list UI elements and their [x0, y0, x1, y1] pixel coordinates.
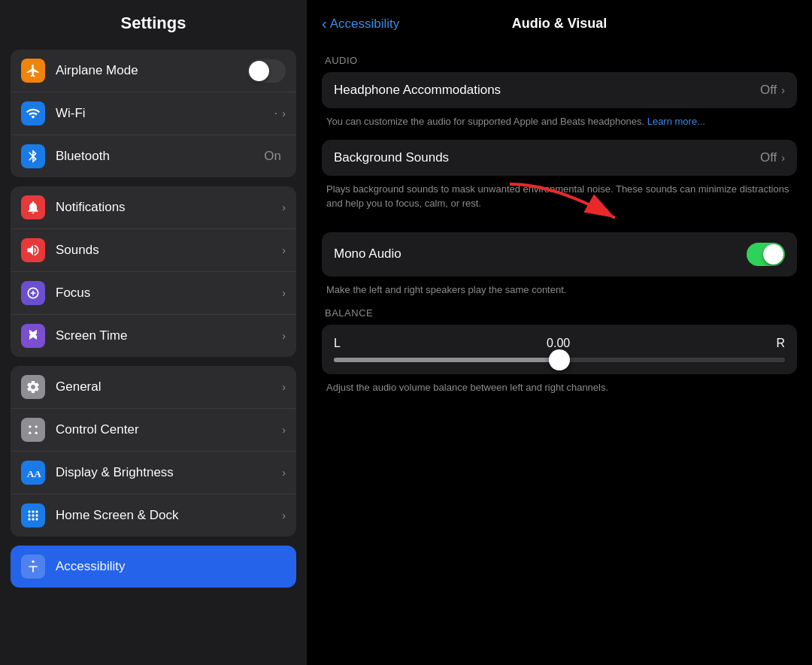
bluetooth-value: On [264, 149, 281, 164]
svg-point-6 [32, 510, 34, 512]
sidebar-item-focus[interactable]: Focus › [11, 272, 296, 315]
wifi-value: · [274, 106, 278, 121]
svg-point-7 [35, 510, 38, 512]
background-sounds-description: Plays background sounds to mask unwanted… [325, 182, 794, 211]
background-sounds-label: Background Sounds [334, 150, 760, 165]
notifications-chevron: › [282, 201, 286, 213]
background-sounds-card: Background Sounds Off › [322, 140, 797, 176]
focus-icon [21, 281, 45, 305]
svg-point-14 [32, 561, 34, 563]
mono-audio-toggle[interactable] [747, 243, 785, 266]
headphone-accommodations-label: Headphone Accommodations [334, 83, 760, 98]
svg-point-10 [35, 514, 38, 516]
balance-description: Adjust the audio volume balance between … [325, 380, 794, 395]
general-icon [21, 375, 45, 399]
mono-audio-description: Make the left and right speakers play th… [325, 283, 794, 298]
page-title: Audio & Visual [512, 16, 607, 32]
back-button[interactable]: ‹ Accessibility [322, 15, 399, 32]
airplane-icon [21, 59, 45, 83]
control-center-chevron: › [282, 424, 286, 436]
main-panel: ‹ Accessibility Audio & Visual AUDIO Hea… [307, 0, 812, 665]
headphone-accommodations-row[interactable]: Headphone Accommodations Off › [322, 72, 797, 108]
sidebar-item-accessibility[interactable]: Accessibility [11, 546, 296, 588]
bluetooth-label: Bluetooth [56, 149, 264, 164]
sidebar-item-notifications[interactable]: Notifications › [11, 186, 296, 229]
top-nav: ‹ Accessibility Audio & Visual [307, 0, 812, 40]
back-label: Accessibility [330, 17, 400, 32]
balance-slider[interactable] [334, 358, 785, 362]
svg-point-11 [28, 518, 30, 520]
mono-audio-card: Mono Audio [322, 232, 797, 277]
svg-point-5 [28, 510, 30, 512]
sidebar-group-connectivity: Airplane Mode Wi-Fi · › Bluetooth On [11, 50, 296, 177]
slider-fill [334, 358, 559, 362]
control-center-label: Control Center [56, 422, 282, 437]
background-sounds-chevron: › [781, 152, 785, 164]
learn-more-link[interactable]: Learn more... [647, 116, 705, 127]
sounds-label: Sounds [56, 243, 282, 258]
balance-value: 0.00 [547, 337, 570, 350]
screen-time-icon [21, 324, 45, 348]
background-sounds-value: Off [760, 150, 777, 165]
sidebar-item-bluetooth[interactable]: Bluetooth On [11, 135, 296, 177]
sidebar-item-sounds[interactable]: Sounds › [11, 229, 296, 272]
svg-point-8 [28, 514, 30, 516]
sidebar-item-display-brightness[interactable]: AA Display & Brightness › [11, 452, 296, 494]
home-screen-icon [21, 503, 45, 527]
balance-section-label: BALANCE [325, 307, 794, 319]
sidebar-item-airplane-mode[interactable]: Airplane Mode [11, 50, 296, 92]
svg-point-13 [35, 518, 38, 520]
control-center-icon [21, 418, 45, 442]
balance-card: L 0.00 R [322, 325, 797, 374]
svg-point-12 [32, 518, 34, 520]
wifi-label: Wi-Fi [56, 106, 274, 121]
general-chevron: › [282, 381, 286, 393]
general-label: General [56, 379, 282, 394]
notifications-label: Notifications [56, 200, 282, 215]
headphone-accommodations-card: Headphone Accommodations Off › [322, 72, 797, 108]
display-brightness-chevron: › [282, 467, 286, 479]
display-brightness-icon: AA [21, 461, 45, 485]
slider-thumb[interactable] [549, 349, 570, 370]
sounds-chevron: › [282, 244, 286, 256]
balance-section: BALANCE L 0.00 R Adjust the audio volume… [322, 307, 797, 395]
headphone-accommodations-description: You can customize the audio for supporte… [325, 114, 794, 129]
wifi-icon [21, 101, 45, 125]
bluetooth-icon [21, 144, 45, 168]
screen-time-label: Screen Time [56, 328, 282, 343]
sounds-icon [21, 238, 45, 262]
svg-point-1 [35, 425, 38, 428]
sidebar-title: Settings [0, 0, 307, 45]
balance-labels: L 0.00 R [334, 337, 785, 350]
sidebar-group-alerts: Notifications › Sounds › Focus › Screen … [11, 186, 296, 357]
sidebar-item-wifi[interactable]: Wi-Fi · › [11, 92, 296, 135]
mono-audio-label: Mono Audio [334, 246, 747, 261]
background-sounds-row[interactable]: Background Sounds Off › [322, 140, 797, 176]
wifi-chevron: › [282, 107, 286, 119]
accessibility-icon [21, 555, 45, 579]
sidebar-item-home-screen[interactable]: Home Screen & Dock › [11, 494, 296, 537]
svg-point-2 [29, 432, 31, 434]
svg-text:AA: AA [27, 468, 41, 479]
back-chevron-icon: ‹ [322, 15, 327, 32]
sidebar-item-control-center[interactable]: Control Center › [11, 409, 296, 452]
sidebar: Settings Airplane Mode Wi-Fi · › [0, 0, 307, 665]
svg-point-9 [32, 514, 34, 516]
headphone-accommodations-value: Off [760, 83, 777, 98]
audio-section-label: AUDIO [325, 55, 794, 66]
balance-l-label: L [334, 337, 341, 350]
airplane-mode-label: Airplane Mode [56, 63, 247, 78]
sidebar-group-display: General › Control Center › AA Display & … [11, 366, 296, 537]
mono-audio-row: Mono Audio [322, 232, 797, 277]
sidebar-item-screen-time[interactable]: Screen Time › [11, 315, 296, 357]
notifications-icon [21, 195, 45, 219]
balance-r-label: R [776, 337, 785, 350]
airplane-mode-toggle[interactable] [247, 59, 286, 83]
svg-point-3 [35, 432, 38, 434]
sidebar-item-general[interactable]: General › [11, 366, 296, 409]
display-brightness-label: Display & Brightness [56, 465, 282, 480]
headphone-accommodations-chevron: › [781, 84, 785, 96]
mono-audio-toggle-knob [763, 244, 783, 264]
accessibility-label: Accessibility [56, 559, 286, 574]
content-area: AUDIO Headphone Accommodations Off › You… [307, 40, 812, 665]
